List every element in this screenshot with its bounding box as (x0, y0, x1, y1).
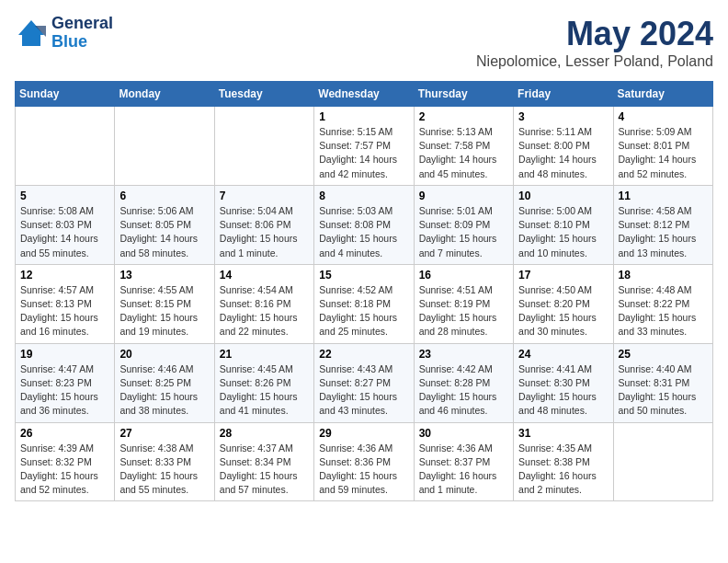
day-info: Sunrise: 4:52 AM Sunset: 8:18 PM Dayligh… (319, 283, 408, 339)
calendar-cell: 11Sunrise: 4:58 AM Sunset: 8:12 PM Dayli… (613, 185, 712, 264)
weekday-header: Saturday (613, 82, 712, 107)
calendar-cell: 10Sunrise: 5:00 AM Sunset: 8:10 PM Dayli… (514, 185, 613, 264)
calendar-week-row: 26Sunrise: 4:39 AM Sunset: 8:32 PM Dayli… (16, 422, 713, 501)
day-info: Sunrise: 4:42 AM Sunset: 8:28 PM Dayligh… (419, 362, 508, 419)
day-number: 13 (119, 269, 209, 282)
day-info: Sunrise: 5:04 AM Sunset: 8:06 PM Dayligh… (220, 204, 309, 260)
calendar-cell: 18Sunrise: 4:48 AM Sunset: 8:22 PM Dayli… (613, 264, 712, 343)
day-info: Sunrise: 5:03 AM Sunset: 8:08 PM Dayligh… (319, 204, 408, 260)
day-info: Sunrise: 4:54 AM Sunset: 8:16 PM Dayligh… (220, 283, 309, 339)
day-number: 28 (220, 427, 309, 440)
day-info: Sunrise: 4:45 AM Sunset: 8:26 PM Dayligh… (220, 362, 309, 419)
month-title: May 2024 (476, 15, 713, 53)
calendar-cell: 4Sunrise: 5:09 AM Sunset: 8:01 PM Daylig… (613, 107, 712, 186)
calendar-cell: 28Sunrise: 4:37 AM Sunset: 8:34 PM Dayli… (214, 422, 313, 501)
day-info: Sunrise: 5:09 AM Sunset: 8:01 PM Dayligh… (619, 125, 708, 181)
logo-icon (15, 17, 48, 50)
weekday-header: Monday (115, 82, 214, 107)
calendar-cell: 1Sunrise: 5:15 AM Sunset: 7:57 PM Daylig… (314, 107, 414, 186)
calendar-cell: 21Sunrise: 4:45 AM Sunset: 8:26 PM Dayli… (214, 343, 313, 422)
day-number: 10 (518, 190, 608, 202)
day-info: Sunrise: 5:08 AM Sunset: 8:03 PM Dayligh… (20, 204, 109, 260)
day-number: 3 (518, 110, 608, 123)
day-number: 8 (319, 190, 408, 202)
day-info: Sunrise: 4:55 AM Sunset: 8:15 PM Dayligh… (119, 283, 209, 339)
calendar-cell (613, 422, 712, 501)
calendar-header-row: SundayMondayTuesdayWednesdayThursdayFrid… (16, 82, 713, 107)
day-info: Sunrise: 5:06 AM Sunset: 8:05 PM Dayligh… (119, 204, 209, 260)
day-info: Sunrise: 4:35 AM Sunset: 8:38 PM Dayligh… (518, 442, 608, 498)
weekday-header: Thursday (414, 82, 513, 107)
day-number: 22 (319, 348, 408, 361)
day-number: 7 (220, 190, 309, 202)
calendar-cell (16, 107, 115, 186)
calendar-cell: 25Sunrise: 4:40 AM Sunset: 8:31 PM Dayli… (613, 343, 712, 422)
weekday-header: Wednesday (314, 82, 414, 107)
day-info: Sunrise: 4:57 AM Sunset: 8:13 PM Dayligh… (20, 283, 109, 339)
calendar-cell: 26Sunrise: 4:39 AM Sunset: 8:32 PM Dayli… (16, 422, 115, 501)
day-number: 14 (220, 269, 309, 282)
day-info: Sunrise: 4:38 AM Sunset: 8:33 PM Dayligh… (119, 442, 209, 498)
day-info: Sunrise: 4:43 AM Sunset: 8:27 PM Dayligh… (319, 362, 408, 419)
day-info: Sunrise: 4:36 AM Sunset: 8:37 PM Dayligh… (419, 442, 508, 498)
day-number: 2 (419, 110, 508, 123)
day-number: 24 (518, 348, 608, 361)
day-number: 4 (619, 110, 708, 123)
day-number: 12 (20, 269, 109, 282)
day-info: Sunrise: 5:11 AM Sunset: 8:00 PM Dayligh… (518, 125, 608, 181)
logo-blue-text: Blue (51, 33, 113, 52)
location: Niepolomice, Lesser Poland, Poland (476, 53, 713, 70)
day-info: Sunrise: 4:50 AM Sunset: 8:20 PM Dayligh… (518, 283, 608, 339)
calendar-cell: 15Sunrise: 4:52 AM Sunset: 8:18 PM Dayli… (314, 264, 414, 343)
day-info: Sunrise: 4:40 AM Sunset: 8:31 PM Dayligh… (619, 362, 708, 419)
day-info: Sunrise: 4:39 AM Sunset: 8:32 PM Dayligh… (20, 442, 109, 498)
calendar-cell: 5Sunrise: 5:08 AM Sunset: 8:03 PM Daylig… (16, 185, 115, 264)
day-info: Sunrise: 4:58 AM Sunset: 8:12 PM Dayligh… (619, 204, 708, 260)
day-number: 27 (119, 427, 209, 440)
day-number: 1 (319, 110, 408, 123)
calendar-cell: 13Sunrise: 4:55 AM Sunset: 8:15 PM Dayli… (115, 264, 214, 343)
calendar-cell: 3Sunrise: 5:11 AM Sunset: 8:00 PM Daylig… (514, 107, 613, 186)
day-info: Sunrise: 4:36 AM Sunset: 8:36 PM Dayligh… (319, 442, 408, 498)
calendar-cell: 22Sunrise: 4:43 AM Sunset: 8:27 PM Dayli… (314, 343, 414, 422)
calendar-week-row: 5Sunrise: 5:08 AM Sunset: 8:03 PM Daylig… (16, 185, 713, 264)
calendar-cell: 8Sunrise: 5:03 AM Sunset: 8:08 PM Daylig… (314, 185, 414, 264)
day-number: 11 (619, 190, 708, 202)
day-number: 9 (419, 190, 508, 202)
calendar-cell: 2Sunrise: 5:13 AM Sunset: 7:58 PM Daylig… (414, 107, 513, 186)
day-number: 15 (319, 269, 408, 282)
day-number: 29 (319, 427, 408, 440)
calendar-cell: 20Sunrise: 4:46 AM Sunset: 8:25 PM Dayli… (115, 343, 214, 422)
calendar-cell: 17Sunrise: 4:50 AM Sunset: 8:20 PM Dayli… (514, 264, 613, 343)
calendar-cell: 6Sunrise: 5:06 AM Sunset: 8:05 PM Daylig… (115, 185, 214, 264)
weekday-header: Friday (514, 82, 613, 107)
calendar-cell: 16Sunrise: 4:51 AM Sunset: 8:19 PM Dayli… (414, 264, 513, 343)
calendar-cell: 31Sunrise: 4:35 AM Sunset: 8:38 PM Dayli… (514, 422, 613, 501)
calendar-cell: 30Sunrise: 4:36 AM Sunset: 8:37 PM Dayli… (414, 422, 513, 501)
calendar-cell: 14Sunrise: 4:54 AM Sunset: 8:16 PM Dayli… (214, 264, 313, 343)
day-info: Sunrise: 4:37 AM Sunset: 8:34 PM Dayligh… (220, 442, 309, 498)
logo-general-text: General (51, 15, 113, 33)
calendar-cell: 24Sunrise: 4:41 AM Sunset: 8:30 PM Dayli… (514, 343, 613, 422)
day-info: Sunrise: 4:47 AM Sunset: 8:23 PM Dayligh… (20, 362, 109, 419)
day-number: 6 (119, 190, 209, 202)
day-info: Sunrise: 4:48 AM Sunset: 8:22 PM Dayligh… (619, 283, 708, 339)
calendar-cell: 27Sunrise: 4:38 AM Sunset: 8:33 PM Dayli… (115, 422, 214, 501)
calendar-cell: 9Sunrise: 5:01 AM Sunset: 8:09 PM Daylig… (414, 185, 513, 264)
day-number: 25 (619, 348, 708, 361)
calendar-cell: 23Sunrise: 4:42 AM Sunset: 8:28 PM Dayli… (414, 343, 513, 422)
day-number: 26 (20, 427, 109, 440)
day-number: 30 (419, 427, 508, 440)
logo-text: General Blue (51, 15, 113, 52)
calendar-cell: 19Sunrise: 4:47 AM Sunset: 8:23 PM Dayli… (16, 343, 115, 422)
svg-marker-0 (18, 20, 44, 46)
title-area: May 2024 Niepolomice, Lesser Poland, Pol… (476, 15, 713, 70)
calendar: SundayMondayTuesdayWednesdayThursdayFrid… (15, 81, 713, 501)
day-number: 23 (419, 348, 508, 361)
day-info: Sunrise: 5:00 AM Sunset: 8:10 PM Dayligh… (518, 204, 608, 260)
calendar-cell: 12Sunrise: 4:57 AM Sunset: 8:13 PM Dayli… (16, 264, 115, 343)
day-info: Sunrise: 5:15 AM Sunset: 7:57 PM Dayligh… (319, 125, 408, 181)
calendar-cell: 7Sunrise: 5:04 AM Sunset: 8:06 PM Daylig… (214, 185, 313, 264)
calendar-cell (214, 107, 313, 186)
logo: General Blue (15, 15, 113, 52)
